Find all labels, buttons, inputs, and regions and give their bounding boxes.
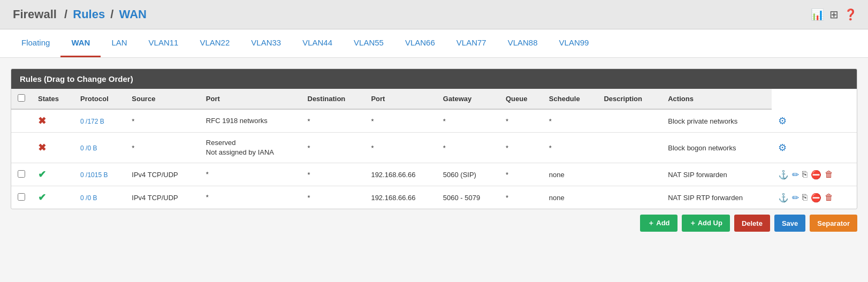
select-all-checkbox[interactable] [18,94,25,102]
delete-button[interactable]: Delete [734,215,770,232]
row-state-icon[interactable]: ✖ [32,109,74,133]
col-check [11,89,32,109]
row-destination: * [364,109,436,133]
row-dest-port: * [437,133,499,163]
table-header-row: States Protocol Source Port Destination … [11,89,857,109]
row-source-port: * [301,163,365,186]
actions-group: ⚙ [778,142,850,154]
trash-icon[interactable]: 🗑 [825,193,833,202]
gear-icon[interactable]: ⚙ [778,142,787,154]
row-schedule [597,133,661,163]
row-protocol: * [125,109,200,133]
breadcrumb-page[interactable]: WAN [119,7,147,21]
tab-lan[interactable]: LAN [101,29,138,57]
row-protocol: IPv4 TCP/UDP [125,163,200,186]
tab-vlan99[interactable]: VLAN99 [549,29,600,57]
row-description: Block bogon networks [661,133,771,163]
block-icon[interactable]: ⛔ [811,170,821,180]
help-icon[interactable]: ❓ [844,8,857,21]
tab-vlan55[interactable]: VLAN55 [343,29,394,57]
main-content: Rules (Drag to Change Order) States Prot… [0,58,868,242]
row-source-port: * [301,186,365,209]
add-up-button[interactable]: ＋ Add Up [682,215,730,232]
state-link[interactable]: 0 /0 B [80,144,97,152]
row-dest-port: 5060 - 5079 [437,186,499,209]
row-source: RFC 1918 networks [200,109,301,133]
actions-group: ⚙ [778,115,850,127]
col-schedule: Schedule [543,89,598,109]
col-destination: Destination [301,89,365,109]
save-button[interactable]: Save [774,215,805,232]
row-dest-port: * [437,109,499,133]
tab-wan[interactable]: WAN [60,29,101,57]
row-actions: ⚓✏⎘⛔🗑 [772,186,857,209]
block-icon[interactable]: ⛔ [811,193,821,203]
copy-icon[interactable]: ⎘ [802,193,808,202]
row-actions: ⚙ [772,133,857,163]
actions-group: ⚓✏⎘⛔🗑 [778,193,850,203]
row-checkbox[interactable] [18,170,25,178]
gear-icon[interactable]: ⚙ [778,115,787,127]
row-gateway: * [499,163,543,186]
tabs-bar: FloatingWANLANVLAN11VLAN22VLAN33VLAN44VL… [0,29,868,58]
trash-icon[interactable]: 🗑 [825,170,833,179]
col-protocol: Protocol [74,89,125,109]
row-state-icon[interactable]: ✖ [32,133,74,163]
row-actions: ⚙ [772,109,857,133]
row-dest-port: 5060 (SIP) [437,163,499,186]
row-checkbox[interactable] [18,193,25,201]
state-link[interactable]: 0 /0 B [80,194,97,202]
row-schedule [597,109,661,133]
col-dest-port: Port [364,89,436,109]
row-description: NAT SIP forwarden [661,163,771,186]
tab-vlan11[interactable]: VLAN11 [138,29,189,57]
table-title: Rules (Drag to Change Order) [11,69,857,89]
row-queue: none [543,186,598,209]
breadcrumb-sep2: / [110,7,113,21]
row-state-icon[interactable]: ✔ [32,186,74,209]
anchor-icon[interactable]: ⚓ [778,170,789,180]
tab-vlan22[interactable]: VLAN22 [189,29,240,57]
tab-vlan77[interactable]: VLAN77 [446,29,497,57]
row-gateway: * [499,109,543,133]
breadcrumb-root: Firewall [13,7,57,21]
col-states: States [32,89,74,109]
anchor-icon[interactable]: ⚓ [778,193,789,203]
row-destination: 192.168.66.66 [364,186,436,209]
row-state-icon[interactable]: ✔ [32,163,74,186]
tab-floating[interactable]: Floating [11,29,60,57]
row-states: 0 /0 B [74,186,125,209]
header-icons: 📊 ⊞ ❓ [811,8,857,21]
tab-vlan33[interactable]: VLAN33 [240,29,292,57]
row-states: 0 /172 B [74,109,125,133]
table-icon[interactable]: ⊞ [829,8,839,21]
col-source: Source [125,89,200,109]
chart-icon[interactable]: 📊 [811,8,824,21]
copy-icon[interactable]: ⎘ [802,170,808,179]
row-destination: 192.168.66.66 [364,163,436,186]
edit-icon[interactable]: ✏ [792,193,799,203]
state-link[interactable]: 0 /172 B [80,118,104,125]
edit-icon[interactable]: ✏ [792,170,799,180]
row-queue: * [543,109,598,133]
row-states: 0 /1015 B [74,163,125,186]
tab-vlan88[interactable]: VLAN88 [497,29,549,57]
breadcrumb-rules[interactable]: Rules [73,7,105,21]
table-row: ✔0 /1015 BIPv4 TCP/UDP**192.168.66.66506… [11,163,857,186]
row-states: 0 /0 B [74,133,125,163]
row-protocol: IPv4 TCP/UDP [125,186,200,209]
tab-vlan66[interactable]: VLAN66 [394,29,446,57]
row-actions: ⚓✏⎘⛔🗑 [772,163,857,186]
breadcrumb-sep1: / [64,7,67,21]
row-source: * [200,163,301,186]
separator-button[interactable]: Separator [810,215,857,232]
row-gateway: * [499,133,543,163]
state-link[interactable]: 0 /1015 B [80,171,108,179]
tab-vlan44[interactable]: VLAN44 [292,29,343,57]
table-row: ✖0 /172 B*RFC 1918 networks*****Block pr… [11,109,857,133]
col-port: Port [200,89,301,109]
add-button[interactable]: ＋ Add [640,215,677,232]
page-header: Firewall / Rules / WAN 📊 ⊞ ❓ [0,0,868,29]
col-actions: Actions [661,89,771,109]
row-source-port: * [301,133,365,163]
